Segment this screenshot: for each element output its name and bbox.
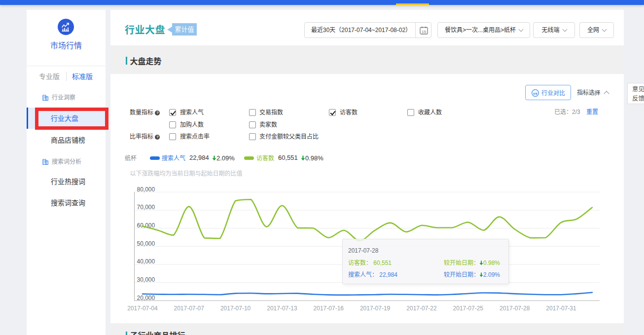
svg-text:2017-07-25: 2017-07-25 xyxy=(453,305,484,312)
svg-text:80,000: 80,000 xyxy=(137,186,155,193)
svg-text:2017-07-10: 2017-07-10 xyxy=(220,305,251,312)
svg-text:2017-07-16: 2017-07-16 xyxy=(314,305,344,312)
svg-text:20,000: 20,000 xyxy=(137,295,155,301)
svg-text:50,000: 50,000 xyxy=(137,240,155,247)
svg-text:2017-07-28: 2017-07-28 xyxy=(500,305,530,312)
svg-text:30,000: 30,000 xyxy=(137,276,155,283)
svg-text:2017-07-19: 2017-07-19 xyxy=(360,305,391,312)
svg-text:2017-07-31: 2017-07-31 xyxy=(546,305,576,312)
svg-text:2017-07-22: 2017-07-22 xyxy=(406,305,437,312)
svg-text:70,000: 70,000 xyxy=(137,204,155,211)
svg-text:2017-07-04: 2017-07-04 xyxy=(127,305,158,312)
svg-text:2017-07-13: 2017-07-13 xyxy=(267,305,297,312)
svg-text:60,000: 60,000 xyxy=(137,222,155,229)
svg-text:40,000: 40,000 xyxy=(137,258,155,265)
svg-text:2017-07-07: 2017-07-07 xyxy=(174,305,205,312)
